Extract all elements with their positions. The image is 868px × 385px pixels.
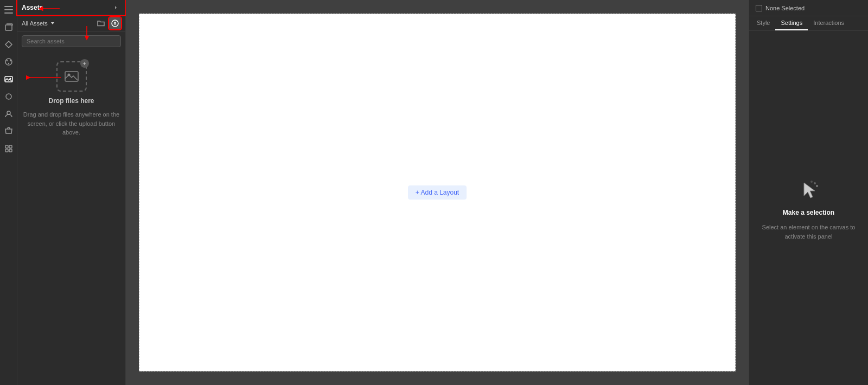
cursor-icon-area [795,175,822,202]
svg-rect-1 [4,9,13,10]
grid-icon[interactable] [1,141,16,156]
svg-rect-0 [4,6,13,7]
make-selection-desc: Select an element on the canvas to activ… [760,223,857,241]
cursor-svg [795,175,822,202]
panel-collapse-icon[interactable] [110,2,121,13]
menu-icon[interactable] [1,2,16,17]
right-panel-content: Make a selection Select an element on th… [749,31,868,385]
svg-point-10 [6,94,11,99]
drop-description: Drag and drop files anywhere on the scre… [23,110,120,137]
images-icon[interactable] [1,72,16,87]
components-icon[interactable] [1,37,16,52]
right-panel: None Selected Style Settings Interaction… [749,0,868,385]
assets-toolbar: All Assets [17,15,125,32]
plus-icon: + [80,59,89,68]
add-layout-label: + Add a Layout [416,189,459,196]
right-panel-tabs: Style Settings Interactions [749,16,868,31]
users-icon[interactable] [1,106,16,121]
assets-header-icons [110,2,121,13]
tab-style-label: Style [757,20,770,26]
svg-point-5 [6,60,7,61]
layers-icon[interactable] [1,20,16,35]
search-input[interactable] [22,35,121,47]
all-assets-dropdown[interactable]: All Assets [22,20,55,27]
svg-point-26 [814,182,816,184]
right-panel-header: None Selected [749,0,868,16]
svg-point-9 [9,78,11,80]
store-icon[interactable] [1,124,16,139]
svg-point-7 [8,63,9,64]
upload-icon-btn[interactable] [109,17,121,29]
svg-point-24 [67,74,70,76]
none-selected-indicator: None Selected [756,5,805,11]
tab-interactions-label: Interactions [813,20,844,26]
folder-btn-wrapper [95,17,107,29]
svg-point-6 [9,60,10,61]
svg-rect-13 [9,145,12,148]
shapes-icon[interactable] [1,89,16,104]
add-layout-button[interactable]: + Add a Layout [408,185,467,200]
all-assets-label: All Assets [22,20,48,27]
icon-bar [0,0,17,385]
drop-title: Drop files here [48,97,94,105]
make-selection-title: Make a selection [783,209,834,216]
arrow-annotation-2 [84,26,106,42]
canvas-area[interactable]: + Add a Layout [126,0,749,385]
chevron-down-icon [50,21,55,26]
search-bar [17,32,125,50]
assets-panel-header: Assets [17,0,125,15]
svg-rect-3 [5,25,12,30]
svg-rect-14 [5,149,8,152]
none-selected-checkbox [756,5,762,11]
upload-icon [111,20,119,27]
arrow-annotation-1 [38,4,65,13]
svg-point-25 [810,181,813,183]
assets-panel: Assets All Assets [17,0,126,385]
tab-interactions[interactable]: Interactions [808,16,850,30]
svg-point-27 [816,185,818,187]
assets-drop-content: + Drop files here Drag and drop files an… [17,50,125,385]
palette-icon[interactable] [1,54,16,69]
assets-title: Assets [22,4,43,11]
canvas-frame: + Add a Layout [139,14,736,371]
toolbar-right [95,17,121,29]
none-selected-label: None Selected [765,5,805,11]
drop-zone-icon: + [56,61,87,92]
image-placeholder-icon [64,69,79,84]
tab-style[interactable]: Style [751,16,775,30]
svg-rect-12 [5,145,8,148]
svg-rect-2 [4,12,13,14]
tab-settings[interactable]: Settings [775,16,808,30]
svg-point-11 [7,111,10,114]
svg-rect-15 [9,149,12,152]
tab-settings-label: Settings [781,20,802,26]
